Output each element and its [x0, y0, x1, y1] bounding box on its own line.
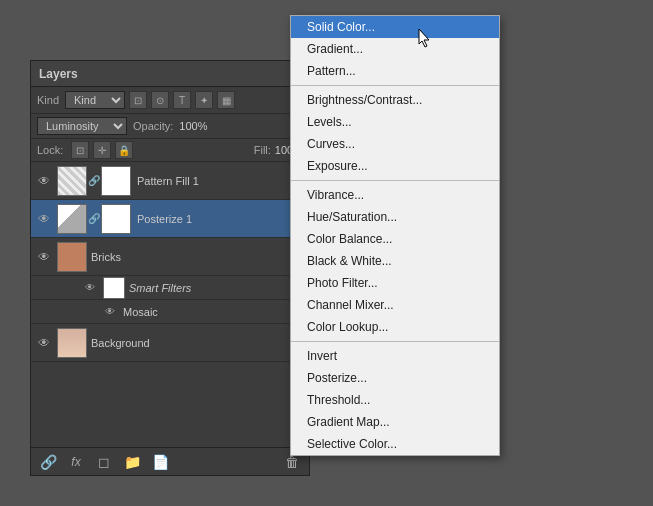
link-icon[interactable]: 🔗	[37, 451, 59, 473]
lock-label: Lock:	[37, 144, 63, 156]
visibility-icon-bricks[interactable]: 👁	[35, 248, 53, 266]
mask-icon[interactable]: ◻	[93, 451, 115, 473]
menu-item-exposure[interactable]: Exposure...	[291, 155, 499, 177]
layers-tab-bar: Layers	[31, 61, 309, 87]
visibility-icon-pattern-fill[interactable]: 👁	[35, 172, 53, 190]
menu-item-vibrance[interactable]: Vibrance...	[291, 184, 499, 206]
layer-name-smart-filters: Smart Filters	[129, 282, 309, 294]
fx-icon[interactable]: fx	[65, 451, 87, 473]
filter-icon-3[interactable]: T	[173, 91, 191, 109]
layers-panel: Layers Kind Kind ⊡ ⊙ T ✦ ▦ Luminosity Op…	[30, 60, 310, 476]
menu-divider-1	[291, 85, 499, 86]
opacity-label: Opacity:	[133, 120, 173, 132]
filter-toolbar: Kind Kind ⊡ ⊙ T ✦ ▦	[31, 87, 309, 114]
kind-label: Kind	[37, 94, 59, 106]
menu-item-hue-saturation[interactable]: Hue/Saturation...	[291, 206, 499, 228]
filter-icon-4[interactable]: ✦	[195, 91, 213, 109]
layer-thumb-background	[57, 328, 87, 358]
menu-item-color-balance[interactable]: Color Balance...	[291, 228, 499, 250]
layer-name-mosaic: Mosaic	[123, 306, 309, 318]
menu-item-invert[interactable]: Invert	[291, 345, 499, 367]
smart-filters-row[interactable]: 👁 Smart Filters	[31, 276, 309, 300]
layer-row-bricks[interactable]: 👁 Bricks	[31, 238, 309, 276]
lock-move-btn[interactable]: ✛	[93, 141, 111, 159]
layer-name-background: Background	[87, 337, 305, 349]
menu-item-photo-filter[interactable]: Photo Filter...	[291, 272, 499, 294]
layer-mask-thumb-posterize	[101, 204, 131, 234]
menu-item-levels[interactable]: Levels...	[291, 111, 499, 133]
visibility-icon-posterize[interactable]: 👁	[35, 210, 53, 228]
fill-label: Fill:	[254, 144, 271, 156]
lock-row: Lock: ⊡ ✛ 🔒 Fill: 100%	[31, 139, 309, 162]
menu-item-curves[interactable]: Curves...	[291, 133, 499, 155]
new-group-icon[interactable]: 📁	[121, 451, 143, 473]
menu-divider-2	[291, 180, 499, 181]
adjustment-layer-menu: Solid Color... Gradient... Pattern... Br…	[290, 15, 500, 456]
layer-row-posterize[interactable]: 👁 🔗 Posterize 1	[31, 200, 309, 238]
mosaic-row[interactable]: 👁 Mosaic	[31, 300, 309, 324]
menu-item-gradient-map[interactable]: Gradient Map...	[291, 411, 499, 433]
lock-pixel-btn[interactable]: ⊡	[71, 141, 89, 159]
layer-thumb-pattern-fill	[57, 166, 87, 196]
visibility-icon-background[interactable]: 👁	[35, 334, 53, 352]
menu-item-threshold[interactable]: Threshold...	[291, 389, 499, 411]
layer-name-posterize: Posterize 1	[137, 213, 305, 225]
layer-mask-thumb-pattern-fill	[101, 166, 131, 196]
visibility-icon-mosaic[interactable]: 👁	[101, 303, 119, 321]
menu-item-gradient[interactable]: Gradient...	[291, 38, 499, 60]
layer-name-pattern-fill: Pattern Fill 1	[137, 175, 305, 187]
smart-filter-thumb	[103, 277, 125, 299]
layer-name-bricks: Bricks	[87, 251, 305, 263]
chain-icon-pattern-fill: 🔗	[87, 172, 101, 190]
filter-icon-1[interactable]: ⊡	[129, 91, 147, 109]
menu-item-solid-color[interactable]: Solid Color...	[291, 16, 499, 38]
kind-dropdown[interactable]: Kind	[65, 91, 125, 109]
opacity-value: 100%	[179, 120, 207, 132]
menu-item-pattern[interactable]: Pattern...	[291, 60, 499, 82]
layers-bottom-bar: 🔗 fx ◻ 📁 📄 🗑	[31, 447, 309, 475]
blend-mode-dropdown[interactable]: Luminosity	[37, 117, 127, 135]
layers-tab[interactable]: Layers	[39, 67, 78, 81]
menu-item-selective-color[interactable]: Selective Color...	[291, 433, 499, 455]
chain-icon-posterize: 🔗	[87, 210, 101, 228]
menu-item-color-lookup[interactable]: Color Lookup...	[291, 316, 499, 338]
new-layer-icon[interactable]: 📄	[149, 451, 171, 473]
menu-item-channel-mixer[interactable]: Channel Mixer...	[291, 294, 499, 316]
visibility-icon-smart-filters[interactable]: 👁	[81, 279, 99, 297]
menu-item-brightness-contrast[interactable]: Brightness/Contrast...	[291, 89, 499, 111]
layer-thumb-bricks	[57, 242, 87, 272]
filter-icon-2[interactable]: ⊙	[151, 91, 169, 109]
mode-opacity-row: Luminosity Opacity: 100%	[31, 114, 309, 139]
layer-row-pattern-fill[interactable]: 👁 🔗 Pattern Fill 1	[31, 162, 309, 200]
menu-item-black-white[interactable]: Black & White...	[291, 250, 499, 272]
menu-divider-3	[291, 341, 499, 342]
lock-all-btn[interactable]: 🔒	[115, 141, 133, 159]
menu-item-posterize[interactable]: Posterize...	[291, 367, 499, 389]
filter-icon-5[interactable]: ▦	[217, 91, 235, 109]
layer-row-background[interactable]: 👁 Background	[31, 324, 309, 362]
layer-thumb-posterize	[57, 204, 87, 234]
